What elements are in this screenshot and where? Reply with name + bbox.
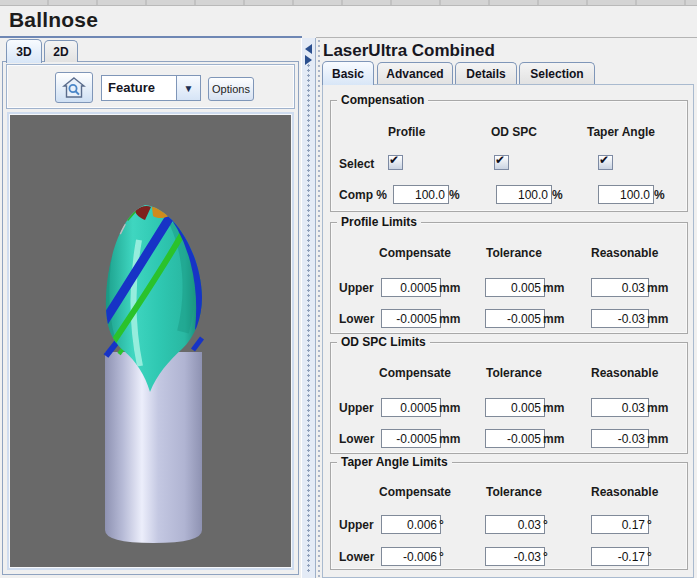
left-panel-top-border xyxy=(0,36,302,38)
upper-row-label: Upper xyxy=(339,518,374,532)
comp-profile-input[interactable] xyxy=(393,185,449,204)
taper-upper-compensate-input[interactable] xyxy=(381,515,441,534)
degree-unit: ° xyxy=(439,550,444,564)
profile-upper-compensate-input[interactable] xyxy=(381,278,441,297)
odspc-lower-compensate-input[interactable] xyxy=(381,429,441,448)
comp-odspc-input[interactable] xyxy=(496,185,552,204)
taper-upper-tolerance-input[interactable] xyxy=(485,515,545,534)
home-zoom-icon xyxy=(62,77,86,99)
group-title: Profile Limits xyxy=(337,215,421,229)
check-icon: ✔ xyxy=(495,153,505,167)
degree-unit: ° xyxy=(647,550,652,564)
column-header-compensate: Compensate xyxy=(379,366,451,380)
odspc-upper-compensate-input[interactable] xyxy=(381,398,441,417)
right-panel-top-border xyxy=(316,37,697,38)
mm-unit: mm xyxy=(543,401,564,415)
profile-lower-reasonable-input[interactable] xyxy=(591,309,649,328)
odspc-upper-reasonable-input[interactable] xyxy=(591,398,649,417)
select-taperangle-checkbox[interactable]: ✔ xyxy=(598,155,613,170)
mm-unit: mm xyxy=(647,401,668,415)
column-header-tolerance: Tolerance xyxy=(486,485,542,499)
mm-unit: mm xyxy=(439,281,460,295)
3d-viewport[interactable] xyxy=(7,112,294,570)
profile-limits-group: Profile Limits Compensate Tolerance Reas… xyxy=(330,222,688,334)
select-profile-checkbox[interactable]: ✔ xyxy=(388,155,403,170)
compensation-group: Compensation Profile OD SPC Taper Angle … xyxy=(330,100,688,212)
percent-unit: % xyxy=(654,188,665,202)
feature-dropdown[interactable]: Feature ▼ xyxy=(101,75,201,101)
degree-unit: ° xyxy=(543,518,548,532)
right-panel-title: LaserUltra Combined xyxy=(323,41,495,61)
comp-row-label: Comp % xyxy=(339,188,387,202)
tab-selection[interactable]: Selection xyxy=(519,62,595,84)
column-header-tolerance: Tolerance xyxy=(486,246,542,260)
lower-row-label: Lower xyxy=(339,432,374,446)
select-odspc-checkbox[interactable]: ✔ xyxy=(494,155,509,170)
column-header-compensate: Compensate xyxy=(379,246,451,260)
taper-lower-tolerance-input[interactable] xyxy=(485,547,545,566)
degree-unit: ° xyxy=(543,550,548,564)
group-title: OD SPC Limits xyxy=(337,335,430,349)
column-header-tolerance: Tolerance xyxy=(486,366,542,380)
mm-unit: mm xyxy=(543,312,564,326)
tab-3d[interactable]: 3D xyxy=(6,39,42,63)
mm-unit: mm xyxy=(439,401,460,415)
select-row-label: Select xyxy=(339,157,374,171)
degree-unit: ° xyxy=(647,518,652,532)
column-header-reasonable: Reasonable xyxy=(591,366,658,380)
profile-lower-compensate-input[interactable] xyxy=(381,309,441,328)
odspc-lower-tolerance-input[interactable] xyxy=(485,429,545,448)
mm-unit: mm xyxy=(647,281,668,295)
odspc-limits-group: OD SPC Limits Compensate Tolerance Reaso… xyxy=(330,342,688,454)
taper-angle-limits-group: Taper Angle Limits Compensate Tolerance … xyxy=(330,462,688,570)
profile-upper-tolerance-input[interactable] xyxy=(485,278,545,297)
column-header-taperangle: Taper Angle xyxy=(587,125,655,139)
comp-taperangle-input[interactable] xyxy=(598,185,654,204)
lower-row-label: Lower xyxy=(339,312,374,326)
column-header-reasonable: Reasonable xyxy=(591,246,658,260)
divider-grip xyxy=(307,64,311,572)
profile-lower-tolerance-input[interactable] xyxy=(485,309,545,328)
split-divider[interactable] xyxy=(301,38,316,578)
top-toolbar-edge xyxy=(0,0,697,6)
page-title: Ballnose xyxy=(9,8,98,32)
options-button[interactable]: Options xyxy=(208,77,254,101)
ballnose-tool-render xyxy=(9,114,292,564)
odspc-lower-reasonable-input[interactable] xyxy=(591,429,649,448)
check-icon: ✔ xyxy=(599,153,609,167)
group-title: Compensation xyxy=(337,93,428,107)
tab-advanced[interactable]: Advanced xyxy=(377,62,453,84)
column-header-compensate: Compensate xyxy=(379,485,451,499)
taper-lower-compensate-input[interactable] xyxy=(381,547,441,566)
column-header-odspc: OD SPC xyxy=(491,125,537,139)
mm-unit: mm xyxy=(439,432,460,446)
profile-upper-reasonable-input[interactable] xyxy=(591,278,649,297)
odspc-upper-tolerance-input[interactable] xyxy=(485,398,545,417)
percent-unit: % xyxy=(552,188,563,202)
tab-basic[interactable]: Basic xyxy=(322,61,374,85)
mm-unit: mm xyxy=(543,281,564,295)
check-icon: ✔ xyxy=(389,153,399,167)
degree-unit: ° xyxy=(439,518,444,532)
collapse-left-icon[interactable] xyxy=(305,44,312,54)
mm-unit: mm xyxy=(647,312,668,326)
tab-details[interactable]: Details xyxy=(455,62,517,84)
app-window: Ballnose 3D 2D Feature ▼ Options xyxy=(0,0,697,578)
column-header-reasonable: Reasonable xyxy=(591,485,658,499)
home-zoom-button[interactable] xyxy=(55,72,93,103)
feature-dropdown-value: Feature xyxy=(102,76,176,100)
upper-row-label: Upper xyxy=(339,281,374,295)
group-title: Taper Angle Limits xyxy=(337,455,452,469)
lower-row-label: Lower xyxy=(339,550,374,564)
upper-row-label: Upper xyxy=(339,401,374,415)
chevron-down-icon[interactable]: ▼ xyxy=(176,76,200,100)
taper-upper-reasonable-input[interactable] xyxy=(591,515,649,534)
taper-lower-reasonable-input[interactable] xyxy=(591,547,649,566)
column-header-profile: Profile xyxy=(388,125,425,139)
mm-unit: mm xyxy=(439,312,460,326)
tab-2d[interactable]: 2D xyxy=(44,40,78,62)
mm-unit: mm xyxy=(543,432,564,446)
mm-unit: mm xyxy=(647,432,668,446)
right-panel-edge xyxy=(318,40,321,578)
percent-unit: % xyxy=(449,188,460,202)
